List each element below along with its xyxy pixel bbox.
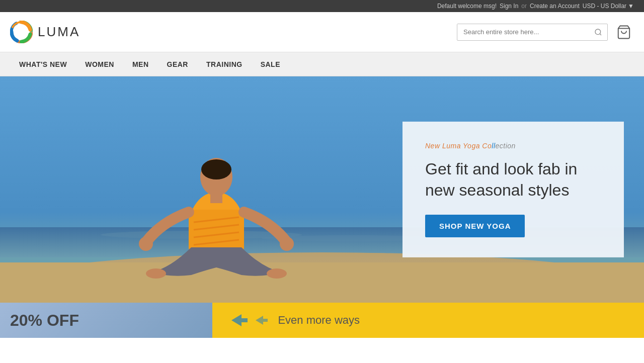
svg-point-14 <box>201 159 231 179</box>
nav-item-women[interactable]: Women <box>76 53 123 75</box>
svg-rect-9 <box>0 262 644 303</box>
create-account-link[interactable]: Create an Account <box>530 3 580 10</box>
currency-selector[interactable]: USD - US Dollar ▼ <box>583 3 634 10</box>
search-form <box>457 24 608 41</box>
svg-rect-15 <box>210 193 222 203</box>
signin-link[interactable]: Sign In <box>500 3 518 10</box>
bottom-banners: 20% OFF Even more ways <box>0 303 644 338</box>
logo-icon <box>10 21 33 43</box>
subtitle-highlight: ll <box>492 142 495 150</box>
nav-item-men[interactable]: Men <box>123 53 158 75</box>
nav-item-whats-new[interactable]: What's New <box>10 53 76 75</box>
banner-icons <box>227 310 268 330</box>
more-ways-text: Even more ways <box>278 314 360 327</box>
logo-text: LUMA <box>38 24 80 40</box>
arrow-icon-2 <box>253 313 268 328</box>
svg-point-24 <box>267 268 287 279</box>
logo[interactable]: LUMA <box>10 21 80 43</box>
discount-text: 20% OFF <box>10 311 79 330</box>
top-bar: Default welcome msg! Sign In or Create a… <box>0 0 644 12</box>
hero-background: New Luma Yoga Collection Get fit and loo… <box>0 76 644 303</box>
svg-point-23 <box>146 268 166 279</box>
promo-title: Get fit and look fab in new seasonal sty… <box>425 159 601 201</box>
promo-subtitle: New Luma Yoga Collection <box>425 142 601 150</box>
cart-button[interactable] <box>614 22 634 42</box>
welcome-message: Default welcome msg! <box>437 3 497 10</box>
cart-icon <box>616 25 631 40</box>
hero-banner: New Luma Yoga Collection Get fit and loo… <box>0 76 644 303</box>
svg-line-4 <box>600 34 601 35</box>
chevron-down-icon: ▼ <box>628 3 634 10</box>
svg-point-3 <box>595 29 601 35</box>
shop-new-yoga-button[interactable]: Shop New Yoga <box>425 215 525 237</box>
currency-label: USD - US Dollar <box>583 3 626 10</box>
banner-discount[interactable]: 20% OFF <box>0 303 212 338</box>
search-icon <box>594 28 602 36</box>
site-header: LUMA <box>0 12 644 52</box>
subtitle-part1: New Luma Yoga Co <box>425 142 492 150</box>
nav-item-training[interactable]: Training <box>197 53 252 75</box>
promo-card: New Luma Yoga Collection Get fit and loo… <box>403 122 624 257</box>
search-button[interactable] <box>589 24 607 40</box>
header-right <box>457 22 634 42</box>
subtitle-part2: ection <box>496 142 516 150</box>
main-nav: What's New Women Men Gear Training Sale <box>0 52 644 76</box>
nav-item-gear[interactable]: Gear <box>158 53 197 75</box>
nav-item-sale[interactable]: Sale <box>252 53 289 75</box>
separator: or <box>521 3 527 10</box>
search-input[interactable] <box>457 24 589 40</box>
banner-more-ways[interactable]: Even more ways <box>212 303 644 338</box>
arrow-icon <box>227 310 248 330</box>
svg-point-22 <box>280 237 294 251</box>
svg-point-21 <box>139 237 153 251</box>
